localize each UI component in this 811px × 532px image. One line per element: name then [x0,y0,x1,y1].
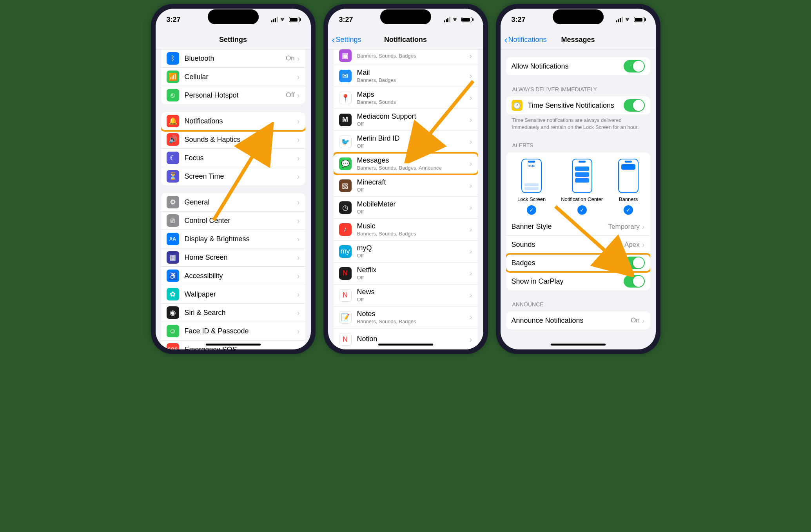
back-button[interactable]: ‹ Settings [332,34,361,45]
app-row-myq[interactable]: mymyQOff› [334,241,478,262]
chevron-right-icon: › [297,172,300,181]
siri-icon: ◉ [167,306,179,319]
checkmark-icon: ✓ [527,205,536,215]
nav-title: Notifications [384,36,427,44]
settings-row-focus[interactable]: ☾Focus› [161,149,305,167]
back-label: Notifications [508,36,547,44]
cell-label: MobileMeter [357,200,470,208]
settings-row-control-center[interactable]: ⎚Control Center› [161,212,305,230]
cell-label: Mediacom Support [357,112,470,121]
chevron-right-icon: › [470,203,472,212]
wifi-icon: ᯤ [625,16,631,23]
cell-subtitle: Off [357,143,470,149]
app-row-news[interactable]: NNewsOff› [334,284,478,306]
settings-row-wallpaper[interactable]: ✿Wallpaper› [161,285,305,304]
app-row-merlin-bird-id[interactable]: 🐦Merlin Bird IDOff› [334,131,478,153]
time-sensitive-label: Time Sensitive Notifications [528,101,614,110]
always-deliver-header: ALWAYS DELIVER IMMEDIATELY [501,84,656,95]
carplay-toggle[interactable] [624,275,645,288]
cell-label: News [357,288,470,296]
chevron-right-icon: › [297,308,300,317]
cell-label: Music [357,222,470,230]
time-sensitive-row[interactable]: 🕐 Time Sensitive Notifications [506,96,650,114]
app-row-app[interactable]: ▣Banners, Sounds, Badges› [334,49,478,65]
bluetooth-icon: ᛒ [167,52,179,65]
settings-row-general[interactable]: ⚙General› [161,193,305,212]
app-row-mediacom-support[interactable]: MMediacom SupportOff› [334,109,478,131]
time-sensitive-toggle[interactable] [624,99,645,112]
cell-label: Bluetooth [185,54,214,63]
chevron-right-icon: › [297,154,300,163]
settings-row-siri-search[interactable]: ◉Siri & Search› [161,304,305,322]
cell-label: Face ID & Passcode [185,327,249,335]
battery-icon [634,17,645,22]
settings-row-personal-hotspot[interactable]: ⎋Personal HotspotOff› [161,86,305,104]
alert-lock-screen[interactable]: 9:41 Lock Screen ✓ [517,159,546,215]
badges-toggle[interactable] [624,257,645,269]
app-row-maps[interactable]: 📍MapsBanners, Sounds› [334,87,478,109]
chevron-right-icon: › [297,253,300,262]
dynamic-island [553,9,604,24]
chevron-right-icon: › [642,222,645,231]
cell-label: Cellular [185,73,209,81]
hotspot-icon: ⎋ [167,89,179,101]
faceid-icon: ☺ [167,325,179,337]
hourglass-icon: ⏳ [167,170,179,183]
settings-row-bluetooth[interactable]: ᛒBluetoothOn› [161,49,305,68]
wifi-icon: ᯤ [453,16,459,23]
cell-label: Notifications [185,117,223,125]
settings-row-sounds-haptics[interactable]: 🔊Sounds & Haptics› [161,130,305,149]
alert-banners[interactable]: Banners ✓ [618,159,639,215]
signal-icon [444,17,450,22]
app-icon: ▣ [339,49,352,62]
app-row-notes[interactable]: 📝NotesBanners, Sounds, Badges› [334,306,478,328]
bell-icon: 🔔 [167,115,179,127]
allow-label: Allow Notifications [512,62,569,71]
nav-bar: Settings [156,31,311,49]
app-row-mobilemeter[interactable]: ◷MobileMeterOff› [334,197,478,219]
cell-label: Wallpaper [185,290,216,299]
chevron-right-icon: › [297,327,300,336]
settings-row-notifications[interactable]: 🔔Notifications› [161,112,305,130]
sounds-row[interactable]: Sounds Apex› [506,236,650,254]
home-indicator [206,344,261,346]
cell-label: Accessibility [185,272,223,280]
settings-row-screen-time[interactable]: ⏳Screen Time› [161,167,305,185]
cell-subtitle: Off [357,297,470,302]
carplay-row[interactable]: Show in CarPlay [506,272,650,290]
chevron-right-icon: › [297,54,300,63]
sos-icon: SOS [167,343,179,349]
settings-row-face-id-passcode[interactable]: ☺Face ID & Passcode› [161,322,305,340]
app-row-music[interactable]: ♪MusicBanners, Sounds, Badges› [334,219,478,241]
app-row-mail[interactable]: ✉MailBanners, Badges› [334,65,478,87]
alert-notification-center[interactable]: Notification Center ✓ [561,159,603,215]
allow-notifications-row[interactable]: Allow Notifications [506,57,650,75]
announce-row[interactable]: Announce Notifications On› [506,311,650,329]
chevron-right-icon: › [470,313,472,322]
cell-subtitle: Banners, Badges [357,77,470,83]
cell-label: Minecraft [357,178,470,186]
back-button[interactable]: ‹ Notifications [504,34,547,45]
allow-toggle[interactable] [624,60,645,72]
cell-subtitle: Off [357,121,470,127]
notification-center-preview-icon [572,159,592,193]
settings-row-display-brightness[interactable]: AADisplay & Brightness› [161,230,305,248]
cell-label: Siri & Search [185,309,226,317]
status-time: 3:27 [167,16,181,24]
app-row-messages[interactable]: 💬MessagesBanners, Sounds, Badges, Announ… [334,153,478,175]
chevron-right-icon: › [470,225,472,234]
app-row-netflix[interactable]: NNetflixOff› [334,262,478,284]
cell-label: Screen Time [185,172,224,181]
alerts-header: ALERTS [501,140,656,151]
settings-row-home-screen[interactable]: ▦Home Screen› [161,248,305,267]
banner-style-row[interactable]: Banner Style Temporary› [506,218,650,236]
nav-title: Settings [219,36,247,44]
signal-icon [616,17,623,22]
m-icon: M [339,114,352,126]
app-row-notion[interactable]: NNotion› [334,328,478,349]
app-row-minecraft[interactable]: ▧MinecraftOff› [334,175,478,197]
settings-row-cellular[interactable]: 📶Cellular› [161,68,305,86]
mobilemeter-icon: ◷ [339,201,352,214]
settings-row-accessibility[interactable]: ♿Accessibility› [161,267,305,285]
badges-row[interactable]: Badges [506,254,650,272]
